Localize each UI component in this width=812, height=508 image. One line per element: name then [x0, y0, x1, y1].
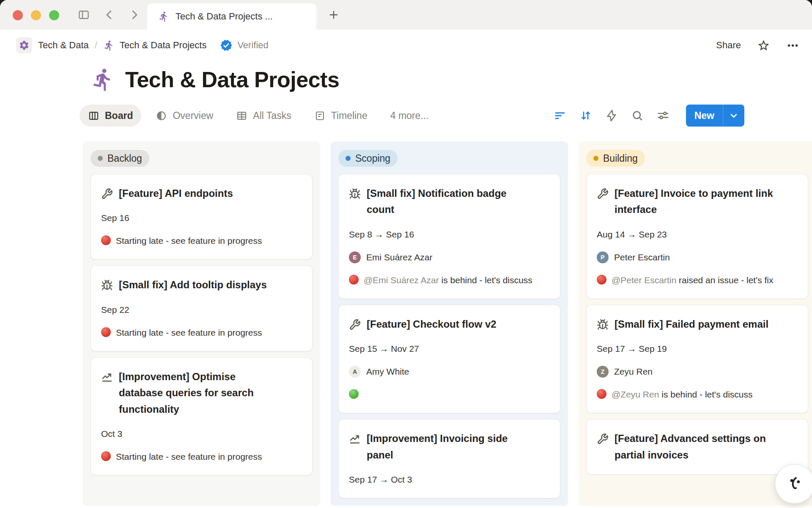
card-date: Aug 14 → Sep 23 — [597, 227, 798, 242]
share-button[interactable]: Share — [716, 40, 741, 51]
minimize-window-button[interactable] — [31, 10, 41, 20]
breadcrumb: Tech & Data / Tech & Data Projects Verif… — [0, 30, 812, 61]
close-window-button[interactable] — [13, 10, 23, 20]
card-list: [Feature] API endpointsSep 16Starting la… — [91, 174, 313, 475]
tab-overview[interactable]: Overview — [147, 105, 222, 127]
status-text: Starting late - see feature in progress — [116, 328, 262, 337]
overview-icon — [156, 110, 167, 121]
card-date: Sep 16 — [101, 211, 302, 225]
tab-label: Overview — [173, 110, 213, 121]
browser-tab[interactable]: Tech & Data Projects ... — [147, 3, 316, 30]
wrench-icon — [597, 433, 609, 445]
card-title: [Feature] Checkout flow v2 — [367, 316, 518, 332]
card-assignee: EEmi Suárez Azar — [349, 250, 550, 265]
verified-label: Verified — [237, 40, 268, 51]
favorite-star-icon[interactable] — [757, 39, 770, 52]
red-circle-icon — [101, 327, 111, 337]
task-card[interactable]: [Small fix] Failed payment emailSep 17 →… — [586, 305, 808, 413]
card-date: Sep 17 → Oct 3 — [349, 472, 550, 487]
status-text: raised an issue - let's fix — [679, 275, 773, 285]
new-button-dropdown[interactable] — [723, 105, 744, 127]
status-text: Starting late - see feature in progress — [116, 236, 262, 246]
green-circle-icon — [349, 389, 359, 399]
task-card[interactable]: [Feature] Advanced settings on partial i… — [586, 419, 808, 475]
card-status — [349, 387, 550, 402]
status-dot-icon — [593, 156, 598, 161]
task-card[interactable]: [Improvement] Optimise database queries … — [91, 357, 313, 475]
avatar: Z — [597, 366, 609, 378]
card-assignee: AAmy White — [349, 364, 550, 379]
task-card[interactable]: [Small fix] Notification badge countSep … — [338, 174, 560, 299]
card-header: [Feature] Advanced settings on partial i… — [597, 431, 798, 463]
task-card[interactable]: [Improvement] Invoicing side panelSep 17… — [338, 419, 560, 498]
card-status: Starting late - see feature in progress — [101, 326, 302, 340]
traffic-lights — [13, 10, 59, 20]
column-header-pill[interactable]: Scoping — [338, 150, 398, 167]
column-header-pill[interactable]: Backlog — [91, 150, 149, 167]
tab-title: Tech & Data Projects ... — [176, 11, 273, 22]
card-status: @Peter Escartin raised an issue - let's … — [597, 273, 798, 287]
page-header: Tech & Data Projects — [0, 67, 812, 92]
tab-timeline[interactable]: Timeline — [306, 105, 376, 127]
search-icon[interactable] — [631, 109, 644, 122]
avatar: E — [349, 251, 361, 263]
breadcrumb-item-root[interactable]: Tech & Data — [38, 40, 89, 51]
assignee-name: Zeyu Ren — [614, 364, 653, 379]
card-title: [Small fix] Add tooltip displays — [119, 277, 289, 293]
task-card[interactable]: [Feature] Invoice to payment link interf… — [586, 174, 808, 299]
views-toolbar-row: Board Overview All Tasks Timeline 4 more… — [0, 104, 812, 127]
card-header: [Small fix] Add tooltip displays — [101, 277, 302, 293]
tab-label: Timeline — [331, 110, 368, 121]
chart-icon — [101, 371, 113, 383]
lightning-icon[interactable] — [605, 109, 618, 122]
new-tab-icon[interactable] — [328, 9, 340, 21]
card-title: [Improvement] Invoicing side panel — [367, 431, 550, 463]
avatar: A — [349, 366, 361, 378]
tab-all-tasks[interactable]: All Tasks — [228, 105, 299, 127]
status-dot-icon — [346, 156, 351, 161]
breadcrumb-item-current[interactable]: Tech & Data Projects — [120, 40, 206, 51]
gear-icon — [19, 40, 30, 51]
card-list: [Feature] Invoice to payment link interf… — [586, 174, 808, 475]
assignee-name: Peter Escartin — [614, 250, 670, 265]
card-header: [Improvement] Invoicing side panel — [349, 431, 550, 463]
column-header-pill[interactable]: Building — [586, 150, 645, 167]
ai-assistant-button[interactable] — [775, 464, 812, 504]
kanban-board: Backlog[Feature] API endpointsSep 16Star… — [0, 141, 812, 506]
app-window: Tech & Data Projects ... Tech & Data / T… — [0, 0, 812, 508]
wrench-icon — [349, 319, 361, 331]
card-date: Oct 3 — [101, 427, 302, 441]
bug-icon — [349, 188, 361, 200]
tab-board[interactable]: Board — [80, 105, 141, 127]
card-header: [Feature] Checkout flow v2 — [349, 316, 550, 332]
sidebar-toggle-icon[interactable] — [77, 8, 90, 21]
verified-badge[interactable]: Verified — [220, 39, 268, 52]
tab-more-views[interactable]: 4 more... — [382, 105, 437, 127]
task-card[interactable]: [Small fix] Add tooltip displaysSep 22St… — [91, 265, 313, 351]
runner-icon — [91, 67, 115, 92]
filter-icon[interactable] — [554, 109, 566, 122]
zoom-window-button[interactable] — [49, 10, 59, 20]
breadcrumb-root-chip[interactable] — [16, 37, 32, 53]
card-title: [Feature] Invoice to payment link interf… — [614, 185, 798, 218]
status-text: Starting late - see feature in progress — [116, 452, 262, 461]
card-assignee: ZZeyu Ren — [597, 364, 798, 379]
column-name: Scoping — [355, 153, 390, 164]
board-column-scoping: Scoping[Small fix] Notification badge co… — [331, 141, 568, 506]
assignee-name: Emi Suárez Azar — [366, 250, 432, 265]
tune-icon[interactable] — [657, 109, 669, 122]
card-status: Starting late - see feature in progress — [101, 234, 302, 248]
back-icon[interactable] — [103, 8, 115, 21]
board-column-building: Building[Feature] Invoice to payment lin… — [579, 141, 812, 506]
more-options-icon[interactable] — [786, 39, 799, 52]
runner-icon — [103, 40, 115, 51]
new-button[interactable]: New — [686, 105, 744, 127]
bug-icon — [597, 319, 609, 331]
task-card[interactable]: [Feature] Checkout flow v2Sep 15 → Nov 2… — [338, 305, 560, 413]
task-card[interactable]: [Feature] API endpointsSep 16Starting la… — [91, 174, 313, 260]
timeline-icon — [314, 110, 326, 121]
forward-icon[interactable] — [128, 8, 141, 21]
new-button-label[interactable]: New — [686, 105, 723, 127]
sort-icon[interactable] — [579, 109, 592, 122]
status-text: is behind - let's discuss — [661, 389, 752, 399]
